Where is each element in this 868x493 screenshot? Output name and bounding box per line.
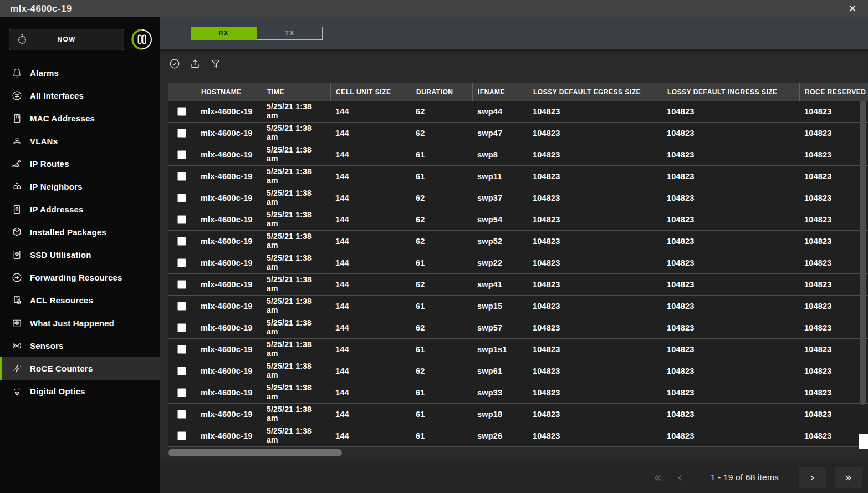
- table-row[interactable]: mlx-4600c-195/25/21 1:38 am14461swp18104…: [168, 404, 868, 425]
- table-row[interactable]: mlx-4600c-195/25/21 1:38 am14462swp61104…: [168, 360, 868, 382]
- sidebar-item-ssd-utilisation[interactable]: SSD Utilisation: [0, 243, 160, 266]
- column-header-lossy-default-egress-size[interactable]: LOSSY DEFAULT EGRESS SIZE: [528, 83, 662, 101]
- cell-roce-reserved: 104823: [799, 150, 868, 159]
- vlans-icon: [11, 135, 23, 148]
- cell-cell-unit-size: 144: [330, 280, 411, 289]
- table-row[interactable]: mlx-4600c-195/25/21 1:38 am14461swp15104…: [168, 296, 868, 317]
- row-checkbox[interactable]: [177, 367, 186, 375]
- row-checkbox[interactable]: [177, 107, 186, 116]
- cell-duration: 61: [411, 172, 472, 181]
- row-checkbox[interactable]: [177, 215, 186, 224]
- table-row[interactable]: mlx-4600c-195/25/21 1:38 am14461swp33104…: [168, 382, 868, 404]
- sidebar-item-digital-optics[interactable]: Digital Optics: [0, 380, 160, 403]
- sidebar-item-alarms[interactable]: Alarms: [0, 62, 160, 84]
- row-checkbox[interactable]: [177, 388, 186, 397]
- row-checkbox-cell: [168, 172, 196, 181]
- row-checkbox[interactable]: [177, 194, 186, 202]
- cell-lossy-default-egress-size: 104823: [528, 172, 662, 181]
- row-checkbox[interactable]: [177, 431, 186, 440]
- cell-cell-unit-size: 144: [330, 215, 411, 224]
- row-checkbox[interactable]: [177, 129, 186, 138]
- table-row[interactable]: mlx-4600c-195/25/21 1:38 am14461swp26104…: [168, 425, 868, 447]
- sidebar-item-what-just-happened[interactable]: What Just Happened: [0, 312, 160, 334]
- next-page-button[interactable]: ›: [799, 467, 826, 488]
- table-row[interactable]: mlx-4600c-195/25/21 1:38 am14462swp44104…: [168, 101, 868, 123]
- filter-button[interactable]: [210, 58, 222, 72]
- column-header-cell-unit-size[interactable]: CELL UNIT SIZE: [330, 83, 411, 101]
- cell-duration: 61: [411, 302, 472, 311]
- row-checkbox[interactable]: [177, 323, 186, 332]
- filter-icon: [210, 58, 222, 72]
- pause-refresh-button[interactable]: [131, 28, 153, 50]
- column-header-time[interactable]: TIME: [262, 83, 330, 101]
- sidebar-item-label: IP Addresses: [30, 205, 84, 214]
- table-row[interactable]: mlx-4600c-195/25/21 1:38 am14462swp41104…: [168, 274, 868, 296]
- table-row[interactable]: mlx-4600c-195/25/21 1:38 am14462swp57104…: [168, 317, 868, 339]
- table-row[interactable]: mlx-4600c-195/25/21 1:38 am14461swp81048…: [168, 144, 868, 166]
- cell-duration: 62: [411, 323, 472, 332]
- row-checkbox[interactable]: [177, 280, 186, 289]
- column-header-hostname[interactable]: HOSTNAME: [196, 83, 262, 101]
- vertical-scrollbar-thumb[interactable]: [860, 100, 866, 405]
- sidebar-item-forwarding-resources[interactable]: Forwarding Resources: [0, 266, 160, 289]
- column-header-ifname[interactable]: IFNAME: [472, 83, 528, 101]
- row-checkbox[interactable]: [177, 150, 186, 159]
- first-page-icon[interactable]: «: [646, 470, 670, 485]
- table-row[interactable]: mlx-4600c-195/25/21 1:38 am14461swp11104…: [168, 166, 868, 187]
- sidebar-item-vlans[interactable]: VLANs: [0, 130, 160, 153]
- cell-cell-unit-size: 144: [330, 172, 411, 181]
- select-all-icon: [169, 58, 181, 72]
- table-row[interactable]: mlx-4600c-195/25/21 1:38 am14462swp47104…: [168, 123, 868, 144]
- cell-time: 5/25/21 1:38 am: [262, 103, 330, 120]
- sidebar-item-ip-addresses[interactable]: IP Addresses: [0, 198, 160, 221]
- cell-cell-unit-size: 144: [330, 323, 411, 332]
- table-row[interactable]: mlx-4600c-195/25/21 1:38 am14462swp54104…: [168, 209, 868, 231]
- table-row[interactable]: mlx-4600c-195/25/21 1:38 am14462swp37104…: [168, 187, 868, 209]
- optics-icon: [11, 385, 23, 398]
- sidebar-item-sensors[interactable]: Sensors: [0, 334, 160, 357]
- column-header-lossy-default-ingress-size[interactable]: LOSSY DEFAULT INGRESS SIZE: [662, 83, 799, 101]
- cell-hostname: mlx-4600c-19: [196, 107, 262, 116]
- sidebar-item-installed-packages[interactable]: Installed Packages: [0, 221, 160, 243]
- close-icon[interactable]: ✕: [845, 2, 860, 15]
- tab-rx[interactable]: RX: [191, 27, 257, 40]
- row-checkbox[interactable]: [177, 345, 186, 354]
- cell-lossy-default-egress-size: 104823: [528, 280, 662, 289]
- cell-cell-unit-size: 144: [330, 150, 411, 159]
- export-icon: [189, 58, 201, 72]
- sidebar-item-ip-routes[interactable]: IP Routes: [0, 153, 160, 175]
- row-checkbox[interactable]: [177, 302, 186, 311]
- sidebar-item-label: RoCE Counters: [30, 364, 93, 373]
- cell-lossy-default-egress-size: 104823: [528, 431, 662, 440]
- cell-lossy-default-ingress-size: 104823: [662, 323, 799, 332]
- table-row[interactable]: mlx-4600c-195/25/21 1:38 am14462swp52104…: [168, 231, 868, 252]
- horizontal-scrollbar-thumb[interactable]: [168, 449, 342, 456]
- select-all-button[interactable]: [169, 58, 181, 72]
- previous-page-icon[interactable]: ‹: [670, 470, 691, 485]
- window-title: mlx-4600c-19: [10, 3, 72, 14]
- cell-ifname: swp41: [472, 280, 528, 289]
- row-checkbox[interactable]: [177, 172, 186, 181]
- cell-lossy-default-ingress-size: 104823: [662, 280, 799, 289]
- sidebar-item-roce-counters[interactable]: RoCE Counters: [0, 357, 160, 380]
- tab-tx[interactable]: TX: [257, 27, 323, 40]
- time-now-button[interactable]: NOW: [9, 29, 124, 50]
- packages-icon: [11, 226, 23, 238]
- cell-roce-reserved: 104823: [799, 410, 868, 419]
- last-page-button[interactable]: »: [835, 467, 862, 488]
- column-header-roce-reserved[interactable]: ROCE RESERVED: [799, 83, 868, 101]
- sidebar-item-ip-neighbors[interactable]: IP Neighbors: [0, 175, 160, 198]
- cell-time: 5/25/21 1:38 am: [262, 189, 330, 206]
- sidebar-item-mac-addresses[interactable]: MAC Addresses: [0, 107, 160, 130]
- row-checkbox[interactable]: [177, 237, 186, 246]
- cell-roce-reserved: 104823: [799, 345, 868, 354]
- cell-cell-unit-size: 144: [330, 258, 411, 267]
- sidebar-item-all-interfaces[interactable]: All Interfaces: [0, 84, 160, 107]
- row-checkbox[interactable]: [177, 410, 186, 419]
- table-row[interactable]: mlx-4600c-195/25/21 1:38 am14461swp22104…: [168, 252, 868, 274]
- export-button[interactable]: [189, 58, 201, 72]
- column-header-duration[interactable]: DURATION: [411, 83, 472, 101]
- row-checkbox[interactable]: [177, 258, 186, 267]
- table-row[interactable]: mlx-4600c-195/25/21 1:38 am14461swp1s110…: [168, 339, 868, 360]
- sidebar-item-acl-resources[interactable]: ACL Resources: [0, 289, 160, 312]
